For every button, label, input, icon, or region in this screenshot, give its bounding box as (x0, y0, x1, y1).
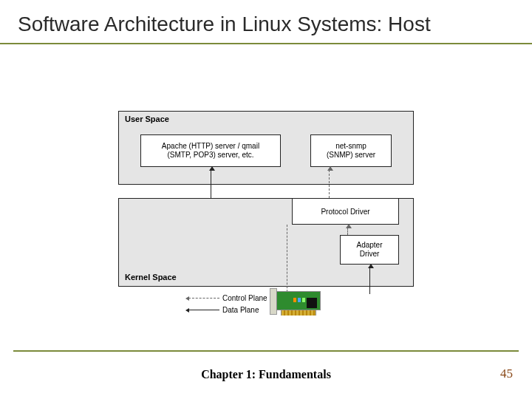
legend: Control Plane Data Plane (188, 292, 267, 316)
title-block: Software Architecture in Linux Systems: … (0, 4, 532, 44)
data-arrow-apache (211, 170, 211, 198)
legend-control-label: Control Plane (222, 294, 267, 302)
apache-line1: Apache (HTTP) server / qmail (141, 142, 280, 151)
kernel-space-label: Kernel Space (125, 273, 177, 282)
data-arrow-adapter (369, 267, 370, 294)
control-arrow-snmp (329, 170, 330, 198)
apache-line2: (SMTP, POP3) server, etc. (141, 151, 280, 160)
control-arrow-proto (347, 228, 348, 235)
legend-data-label: Data Plane (222, 306, 259, 314)
user-space-label: User Space (125, 115, 169, 123)
adapter-line1: Adapter (341, 241, 398, 250)
footer-page-number: 45 (500, 366, 513, 381)
footer-rule (13, 350, 519, 352)
adapter-line2: Driver (341, 250, 398, 259)
control-line-kernel (287, 225, 287, 296)
protocol-driver-label: Protocol Driver (321, 208, 369, 216)
snmp-box: net-snmp (SNMP) server (310, 134, 392, 167)
protocol-driver-box: Protocol Driver (292, 198, 399, 225)
adapter-driver-box: Adapter Driver (340, 235, 399, 265)
legend-data-row: Data Plane (188, 304, 267, 316)
snmp-line1: net-snmp (311, 142, 391, 151)
nic-card-icon (266, 288, 332, 318)
architecture-diagram: User Space Apache (HTTP) server / qmail … (118, 111, 429, 310)
legend-control-line-icon (188, 298, 219, 299)
legend-control-row: Control Plane (188, 292, 267, 304)
page-title: Software Architecture in Linux Systems: … (18, 12, 519, 37)
footer-chapter: Chapter 1: Fundamentals (0, 368, 532, 381)
legend-data-line-icon (188, 310, 219, 310)
snmp-line2: (SNMP) server (311, 151, 391, 160)
apache-box: Apache (HTTP) server / qmail (SMTP, POP3… (140, 134, 281, 167)
